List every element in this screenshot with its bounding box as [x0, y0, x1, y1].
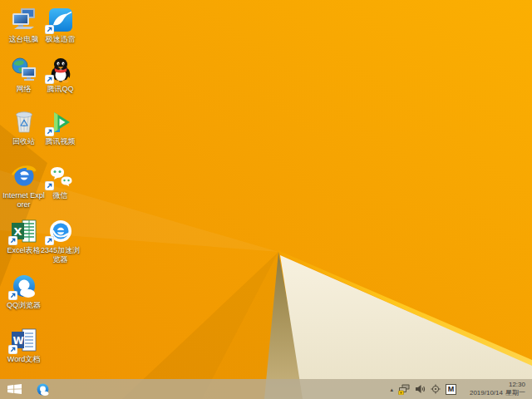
desktop-icon-tencent-video[interactable]: 腾讯视频 [37, 107, 83, 146]
desktop-icon-label: 这台电脑 [9, 35, 39, 44]
qq-browser-icon [11, 273, 37, 299]
desktop-icon-xunlei[interactable]: 极速迅雷 [37, 5, 83, 44]
internet-explorer-icon [11, 163, 37, 190]
network-warning-icon[interactable] [398, 384, 410, 395]
desktop-icon-qq-browser[interactable]: QQ浏览器 [1, 271, 47, 310]
desktop-icon-label: QQ浏览器 [7, 301, 41, 310]
xunlei-icon [47, 7, 74, 33]
wechat-icon [47, 163, 74, 190]
shortcut-arrow-icon [45, 75, 54, 84]
shortcut-arrow-icon [8, 345, 17, 354]
excel-icon: X [11, 218, 37, 244]
shortcut-arrow-icon [8, 236, 17, 245]
shortcut-arrow-icon [45, 236, 54, 245]
clock-date: 2019/10/14 [470, 389, 503, 397]
desktop-icon-label: Word文档 [7, 355, 40, 364]
windows-flag-icon [7, 384, 22, 394]
desktop-icon-label: Excel表格 [7, 246, 40, 255]
show-hidden-icons-button[interactable]: ▴ [390, 387, 393, 392]
desktop-icon-wechat[interactable]: 微信 [37, 161, 83, 200]
desktop-icon-label: 2345加速浏览器 [37, 246, 83, 264]
desktop-icon-label: 腾讯QQ [47, 85, 73, 94]
qq-browser-icon [36, 382, 50, 397]
network-icon [11, 57, 37, 83]
qq-penguin-icon [47, 57, 74, 83]
tencent-video-icon [47, 109, 74, 135]
desktop-icon-2345-browser[interactable]: 2345加速浏览器 [37, 216, 83, 264]
taskbar-pinned-qq-browser[interactable] [34, 381, 51, 397]
taskbar: ▴ [0, 379, 532, 399]
recycle-bin-icon [11, 109, 37, 135]
word-icon: W [11, 327, 37, 353]
start-button[interactable] [4, 382, 24, 397]
desktop-icon-label: 微信 [53, 191, 68, 200]
shortcut-arrow-icon [45, 25, 54, 34]
2345-browser-icon [47, 218, 74, 244]
desktop-icon-label: 腾讯视频 [46, 137, 76, 146]
desktop-icon-label: 回收站 [12, 137, 35, 146]
clock-time: 12:30 [509, 381, 525, 389]
desktop-icon-word[interactable]: W Word文档 [1, 325, 47, 364]
desktop-icon-tencent-qq[interactable]: 腾讯QQ [37, 55, 83, 94]
desktop-icon-label: 极速迅雷 [46, 35, 76, 44]
desktop-icon-label: 网络 [17, 85, 32, 94]
this-pc-icon [11, 7, 37, 33]
taskbar-clock[interactable]: 12:30 2019/10/14 星期一 [461, 381, 528, 398]
shortcut-arrow-icon [45, 127, 54, 136]
shortcut-arrow-icon [45, 181, 54, 190]
input-method-indicator[interactable]: M [446, 384, 456, 395]
volume-icon[interactable] [415, 384, 426, 394]
system-tray: ▴ [390, 381, 528, 398]
clock-weekday: 星期一 [505, 389, 525, 397]
desktop: 这台电脑 极速迅雷 [0, 0, 532, 399]
safety-target-icon[interactable] [431, 384, 441, 394]
shortcut-arrow-icon [8, 291, 17, 300]
